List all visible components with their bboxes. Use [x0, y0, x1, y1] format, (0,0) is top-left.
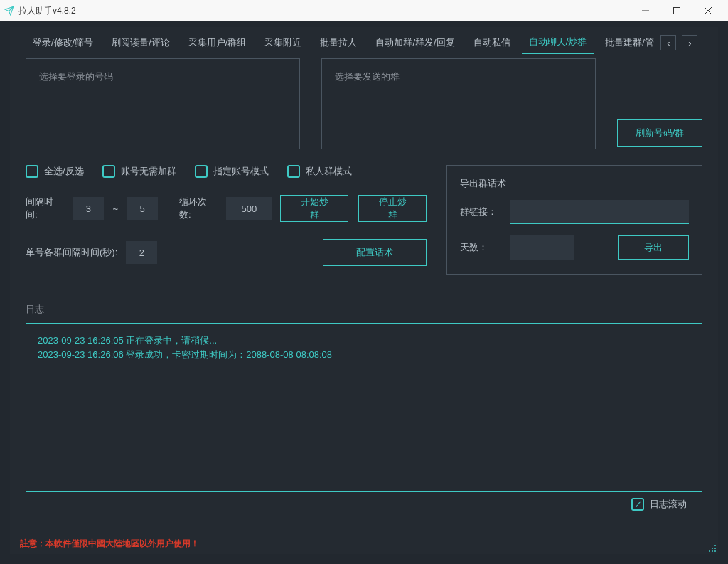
link-row: 群链接： — [460, 200, 689, 224]
svg-point-6 — [714, 548, 716, 549]
interval-max-input[interactable] — [127, 197, 158, 220]
refresh-button[interactable]: 刷新号码/群 — [617, 119, 702, 147]
svg-point-8 — [712, 550, 713, 552]
titlebar-left: 拉人助手v4.8.2 — [4, 5, 76, 17]
tab-batch-create[interactable]: 批量建群/管 — [598, 32, 655, 53]
log-footer: 日志滚动 — [26, 492, 702, 511]
svg-point-4 — [714, 545, 716, 546]
link-label: 群链接： — [460, 206, 500, 218]
window-title: 拉人助手v4.8.2 — [18, 5, 76, 17]
selection-row: 刷新号码/群 — [26, 58, 702, 149]
tab-read[interactable]: 刷阅读量/评论 — [105, 32, 177, 53]
tilde: ~ — [112, 203, 118, 214]
log-section: 日志 2023-09-23 16:26:05 正在登录中，请稍候... 2023… — [26, 303, 702, 511]
interval-row: 间隔时间: ~ 循环次数: 开始炒群 停止炒群 — [26, 195, 427, 222]
checkbox-row: 全选/反选 账号无需加群 指定账号模式 私人群模式 — [26, 165, 427, 178]
start-button[interactable]: 开始炒群 — [280, 195, 348, 222]
left-controls: 全选/反选 账号无需加群 指定账号模式 私人群模式 间隔时间: ~ 循环次数: — [26, 165, 427, 275]
loop-label: 循环次数: — [179, 196, 218, 221]
app-icon — [4, 6, 14, 16]
tab-nav-prev[interactable]: ‹ — [660, 35, 676, 50]
warning-text: 註意：本軟件僅限中國大陸地區以外用户使用！ — [20, 538, 199, 550]
log-line: 2023-09-23 16:26:05 正在登录中，请稍候... — [38, 334, 690, 348]
days-label: 天数： — [460, 241, 500, 254]
tab-auto-group[interactable]: 自动加群/群发/回复 — [368, 32, 461, 53]
log-title: 日志 — [26, 303, 702, 316]
tab-login[interactable]: 登录/修改/筛号 — [26, 32, 100, 53]
resize-grip[interactable] — [707, 543, 717, 553]
groups-textbox[interactable] — [321, 58, 596, 149]
controls-row: 全选/反选 账号无需加群 指定账号模式 私人群模式 间隔时间: ~ 循环次数: — [26, 165, 702, 275]
titlebar: 拉人助手v4.8.2 — [0, 0, 728, 21]
tab-auto-dm[interactable]: 自动私信 — [466, 32, 518, 53]
log-box[interactable]: 2023-09-23 16:26:05 正在登录中，请稍候... 2023-09… — [26, 323, 702, 492]
export-button[interactable]: 导出 — [618, 235, 689, 260]
days-input[interactable] — [510, 235, 574, 260]
chk-private-group[interactable]: 私人群模式 — [287, 165, 352, 178]
chk-specific-account[interactable]: 指定账号模式 — [195, 165, 269, 178]
svg-point-7 — [709, 550, 710, 552]
chk-log-scroll[interactable]: 日志滚动 — [631, 498, 687, 511]
tab-bar: 登录/修改/筛号 刷阅读量/评论 采集用户/群组 采集附近 批量拉人 自动加群/… — [10, 27, 718, 58]
chk-select-all[interactable]: 全选/反选 — [26, 165, 84, 178]
chk-specific-account-label: 指定账号模式 — [213, 165, 269, 178]
window-controls — [630, 1, 724, 21]
chk-no-join[interactable]: 账号无需加群 — [102, 165, 176, 178]
days-row: 天数： 导出 — [460, 235, 689, 260]
chk-log-scroll-box — [631, 498, 644, 511]
per-group-input[interactable] — [126, 241, 157, 264]
close-button[interactable] — [692, 1, 724, 21]
chk-no-join-label: 账号无需加群 — [121, 165, 176, 178]
loop-input[interactable] — [226, 197, 272, 220]
minimize-button[interactable] — [630, 1, 661, 21]
tab-batch-invite[interactable]: 批量拉人 — [313, 32, 364, 53]
tab-auto-chat[interactable]: 自动聊天/炒群 — [522, 31, 594, 54]
chk-select-all-label: 全选/反选 — [44, 165, 84, 178]
accounts-textbox[interactable] — [26, 58, 300, 149]
chk-log-scroll-label: 日志滚动 — [650, 498, 687, 511]
tab-collect-nearby[interactable]: 采集附近 — [257, 32, 309, 53]
action-buttons: 开始炒群 停止炒群 — [280, 195, 427, 222]
app-window: 拉人助手v4.8.2 登录/修改/筛号 刷阅读量/评论 采集用户/群组 采集附近… — [0, 0, 728, 564]
svg-rect-1 — [674, 8, 680, 14]
log-line: 2023-09-23 16:26:06 登录成功，卡密过期时间为：2088-08… — [38, 348, 690, 362]
tab-nav-next[interactable]: › — [682, 35, 697, 50]
tab-collect-users[interactable]: 采集用户/群组 — [181, 32, 254, 53]
interval-min-input[interactable] — [73, 197, 104, 220]
export-panel: 导出群话术 群链接： 天数： 导出 — [446, 165, 702, 275]
config-buttons: 配置话术 — [323, 239, 427, 266]
stop-button[interactable]: 停止炒群 — [358, 195, 427, 222]
config-button[interactable]: 配置话术 — [323, 239, 427, 266]
per-group-label: 单号各群间隔时间(秒): — [26, 246, 117, 259]
main-panel: 刷新号码/群 全选/反选 账号无需加群 指定账号模式 私人群模式 间隔时间: ~ — [10, 58, 718, 275]
link-input[interactable] — [510, 200, 689, 224]
interval-label: 间隔时间: — [26, 196, 64, 221]
maximize-button[interactable] — [661, 1, 692, 21]
chk-private-group-label: 私人群模式 — [306, 165, 352, 178]
svg-point-9 — [714, 550, 716, 552]
per-group-row: 单号各群间隔时间(秒): 配置话术 — [26, 239, 427, 266]
content-area: 登录/修改/筛号 刷阅读量/评论 采集用户/群组 采集附近 批量拉人 自动加群/… — [10, 27, 718, 554]
export-panel-title: 导出群话术 — [460, 177, 689, 190]
svg-point-5 — [712, 548, 713, 549]
